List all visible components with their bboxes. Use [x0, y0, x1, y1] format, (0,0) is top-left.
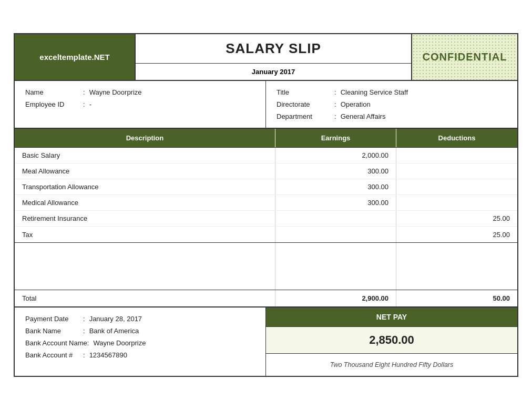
row-description: Transportation Allowance [15, 179, 275, 194]
directorate-row: Directorate : Operation [277, 98, 507, 110]
table-body: Basic Salary2,000.00Meal Allowance300.00… [15, 148, 517, 243]
employee-id-row: Employee ID : - [25, 98, 255, 110]
row-earnings: 300.00 [275, 179, 396, 194]
salary-slip: exceltemplate.NET SALARY SLIP January 20… [14, 33, 518, 377]
col-deductions: Deductions [396, 129, 517, 147]
bank-name-row: Bank Name : Bank of America [25, 325, 255, 337]
col-earnings: Earnings [275, 129, 396, 147]
employee-id-value: - [89, 100, 91, 108]
table-row: Meal Allowance300.00 [15, 163, 517, 179]
bank-account-num-label: Bank Account # [25, 351, 83, 359]
bank-name-value: Bank of America [89, 327, 139, 335]
bank-account-num-value: 1234567890 [89, 351, 127, 359]
row-earnings [275, 211, 396, 226]
logo: exceltemplate.NET [15, 34, 136, 80]
date-row: January 2017 [136, 64, 411, 80]
directorate-label: Directorate [277, 100, 334, 108]
employee-id-label: Employee ID [25, 100, 83, 108]
bank-account-name-row: Bank Account Name : Wayne Doorprize [25, 337, 255, 349]
row-description: Basic Salary [15, 148, 275, 163]
col-description: Description [15, 129, 275, 147]
slip-date: January 2017 [252, 68, 295, 76]
payment-date-value: January 28, 2017 [89, 315, 142, 323]
bank-account-num-row: Bank Account # : 1234567890 [25, 349, 255, 361]
header: exceltemplate.NET SALARY SLIP January 20… [15, 34, 517, 81]
row-earnings: 300.00 [275, 163, 396, 179]
row-deductions [396, 195, 517, 210]
row-deductions: 25.00 [396, 211, 517, 226]
table-row: Retirement Insurance25.00 [15, 211, 517, 227]
payment-date-label: Payment Date [25, 315, 83, 323]
row-deductions: 25.00 [396, 227, 517, 242]
footer-left: Payment Date : January 28, 2017 Bank Nam… [15, 308, 266, 376]
net-pay-value: 2,850.00 [266, 327, 517, 354]
title-row: SALARY SLIP [136, 34, 411, 64]
row-deductions [396, 148, 517, 163]
name-value: Wayne Doorprize [89, 88, 142, 96]
row-earnings [275, 227, 396, 242]
employee-info-left: Name : Wayne Doorprize Employee ID : - [15, 81, 266, 128]
row-earnings: 2,000.00 [275, 148, 396, 163]
blank-spacer [15, 243, 517, 290]
net-pay-label: NET PAY [266, 308, 517, 327]
row-description: Retirement Insurance [15, 211, 275, 226]
row-description: Meal Allowance [15, 163, 275, 179]
title-label: Title [277, 88, 334, 96]
table-row: Transportation Allowance300.00 [15, 179, 517, 195]
table-row: Tax25.00 [15, 227, 517, 242]
header-center: SALARY SLIP January 2017 [136, 34, 412, 80]
title-value: Cleaning Service Staff [341, 88, 408, 96]
total-earnings: 2,900.00 [275, 290, 396, 306]
employee-info-right: Title : Cleaning Service Staff Directora… [266, 81, 517, 128]
name-row: Name : Wayne Doorprize [25, 86, 255, 98]
row-earnings: 300.00 [275, 195, 396, 210]
title-row: Title : Cleaning Service Staff [277, 86, 507, 98]
department-value: General Affairs [341, 112, 386, 120]
total-row: Total 2,900.00 50.00 [15, 290, 517, 308]
footer: Payment Date : January 28, 2017 Bank Nam… [15, 308, 517, 376]
department-label: Department [277, 112, 334, 120]
logo-text: exceltemplate.NET [39, 53, 109, 62]
total-label: Total [15, 290, 275, 306]
footer-right: NET PAY 2,850.00 Two Thousand Eight Hund… [266, 308, 517, 376]
department-row: Department : General Affairs [277, 110, 507, 122]
table-row: Basic Salary2,000.00 [15, 148, 517, 163]
table-header: Description Earnings Deductions [15, 129, 517, 148]
bank-account-name-label: Bank Account Name [25, 339, 87, 347]
slip-title: SALARY SLIP [226, 40, 321, 57]
total-deductions: 50.00 [396, 290, 517, 306]
employee-info: Name : Wayne Doorprize Employee ID : - T… [15, 81, 517, 129]
row-deductions [396, 163, 517, 179]
payment-date-row: Payment Date : January 28, 2017 [25, 313, 255, 325]
directorate-value: Operation [341, 100, 371, 108]
row-description: Medical Allowance [15, 195, 275, 210]
net-pay-words: Two Thousand Eight Hundred Fifty Dollars [266, 354, 517, 376]
confidential-box: CONFIDENTIAL [412, 34, 517, 80]
table-row: Medical Allowance300.00 [15, 195, 517, 211]
name-label: Name [25, 88, 83, 96]
row-description: Tax [15, 227, 275, 242]
bank-account-name-value: Wayne Doorprize [93, 339, 146, 347]
bank-name-label: Bank Name [25, 327, 83, 335]
confidential-label: CONFIDENTIAL [423, 51, 507, 63]
row-deductions [396, 179, 517, 194]
